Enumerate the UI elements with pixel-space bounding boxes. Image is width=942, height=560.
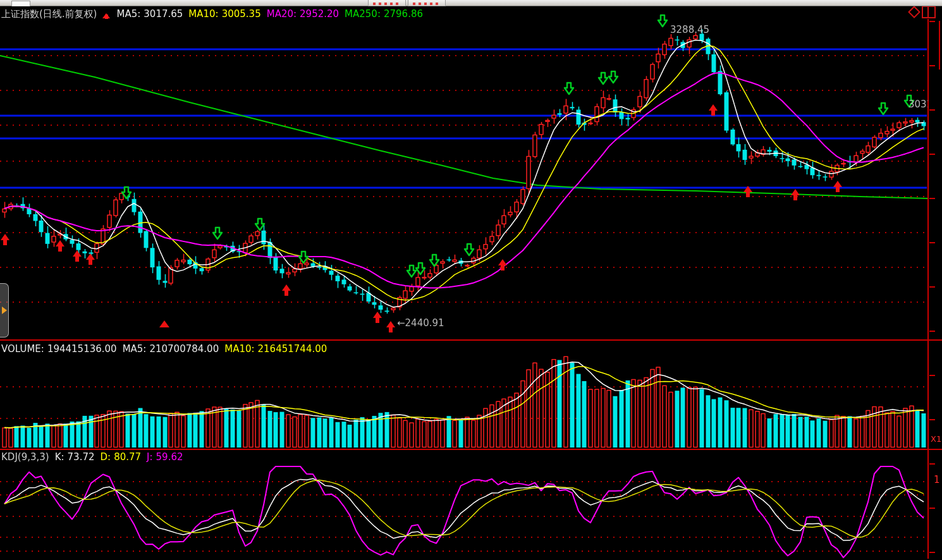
- symbol-title: 上证指数(日线.前复权): [1, 8, 97, 20]
- split-window-icon[interactable]: [922, 6, 936, 18]
- trough-price-annotation: ←2440.91: [397, 317, 444, 329]
- kdj-title: KDJ(9,3,3): [1, 451, 49, 463]
- ma10-value: 3005.35: [222, 8, 261, 20]
- ma250-value: 2796.86: [384, 8, 423, 20]
- chart-canvas[interactable]: [0, 0, 942, 560]
- ma250-label: MA250:: [345, 8, 381, 20]
- volume-label: VOLUME:: [1, 343, 44, 355]
- side-drawer-handle[interactable]: [0, 283, 9, 338]
- quote-button-2[interactable]: [408, 0, 446, 6]
- vol-ma5-value: 210700784.00: [149, 343, 219, 355]
- ma5-value: 3017.65: [144, 8, 183, 20]
- ma20-label: MA20:: [267, 8, 297, 20]
- ma10-label: MA10:: [188, 8, 218, 20]
- up-arrow-icon: [102, 9, 111, 19]
- main-panel-header: 上证指数(日线.前复权) MA5:3017.65 MA10:3005.35 MA…: [1, 8, 423, 20]
- ma20-value: 2952.20: [300, 8, 339, 20]
- kdj-j-label: J:: [147, 451, 152, 463]
- kdj-d-label: D:: [101, 451, 111, 463]
- volume-axis-multiplier: X1: [931, 434, 941, 445]
- quote-button-1[interactable]: [368, 0, 406, 6]
- drawer-arrow-icon: [2, 307, 7, 314]
- kdj-axis-label: 1: [934, 474, 940, 485]
- kdj-k-label: K:: [55, 451, 64, 463]
- quote-red-text: [373, 3, 401, 5]
- quote-red-text: [413, 3, 441, 5]
- kdj-j-value: 59.62: [156, 451, 183, 463]
- trading-app-window: 上证指数(日线.前复权) MA5:3017.65 MA10:3005.35 MA…: [0, 0, 942, 560]
- volume-panel-header: VOLUME:194415136.00 MA5:210700784.00 MA1…: [1, 343, 327, 355]
- vol-ma5-label: MA5:: [123, 343, 147, 355]
- vol-ma10-label: MA10:: [224, 343, 254, 355]
- volume-value: 194415136.00: [47, 343, 117, 355]
- kdj-d-value: 80.77: [114, 451, 141, 463]
- menu-bar[interactable]: [0, 0, 942, 6]
- kdj-k-value: 73.72: [68, 451, 95, 463]
- ma5-label: MA5:: [116, 8, 140, 20]
- vol-ma10-value: 216451744.00: [258, 343, 327, 355]
- menu-active-item[interactable]: [11, 1, 30, 6]
- kdj-panel-header: KDJ(9,3,3) K:73.72 D:80.77 J:59.62: [1, 451, 183, 463]
- peak-price-annotation: 3288.45: [670, 24, 709, 35]
- last-price-annotation: 3031: [908, 99, 928, 110]
